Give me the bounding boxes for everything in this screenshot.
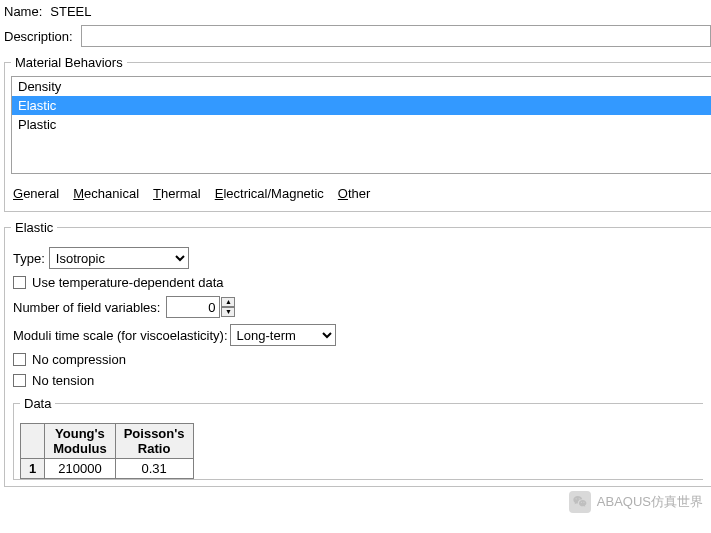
behavior-item-density[interactable]: Density — [12, 77, 711, 96]
nfv-input[interactable] — [166, 296, 220, 318]
nfv-spin-down[interactable]: ▼ — [221, 307, 235, 317]
watermark: ABAQUS仿真世界 — [569, 491, 703, 495]
elastic-group: Elastic Type: Isotropic Use temperature-… — [4, 220, 711, 487]
col-poissons-ratio: Poisson's Ratio — [115, 424, 193, 459]
nfv-label: Number of field variables: — [13, 300, 160, 315]
behavior-list[interactable]: Density Elastic Plastic — [11, 76, 711, 174]
menu-thermal[interactable]: Thermal — [153, 186, 201, 201]
data-group: Data Young's Modulus Poisson's Ratio 1 2… — [13, 396, 703, 480]
type-select[interactable]: Isotropic — [49, 247, 189, 269]
col-youngs-modulus: Young's Modulus — [45, 424, 115, 459]
menu-electrical[interactable]: Electrical/Magnetic — [215, 186, 324, 201]
no-tension-label: No tension — [32, 373, 94, 388]
description-row: Description: — [4, 25, 711, 47]
no-compression-checkbox[interactable] — [13, 353, 26, 366]
no-tension-row[interactable]: No tension — [13, 373, 703, 388]
moduli-row: Moduli time scale (for viscoelasticity):… — [13, 324, 703, 346]
elastic-legend: Elastic — [11, 220, 57, 235]
data-table[interactable]: Young's Modulus Poisson's Ratio 1 210000… — [20, 423, 194, 479]
material-menu-bar: General Mechanical Thermal Electrical/Ma… — [5, 180, 711, 211]
rownum-header — [21, 424, 45, 459]
type-row: Type: Isotropic — [13, 247, 703, 269]
cell-poissons-ratio[interactable]: 0.31 — [115, 459, 193, 479]
moduli-label: Moduli time scale (for viscoelasticity): — [13, 328, 228, 343]
behavior-item-plastic[interactable]: Plastic — [12, 115, 711, 134]
menu-other[interactable]: Other — [338, 186, 371, 201]
name-value: STEEL — [50, 4, 91, 19]
data-legend: Data — [20, 396, 55, 411]
no-compression-label: No compression — [32, 352, 126, 367]
menu-mechanical[interactable]: Mechanical — [73, 186, 139, 201]
name-label: Name: — [4, 4, 42, 19]
no-tension-checkbox[interactable] — [13, 374, 26, 387]
watermark-text: ABAQUS仿真世界 — [597, 493, 703, 495]
table-header-row: Young's Modulus Poisson's Ratio — [21, 424, 194, 459]
nfv-spinner[interactable]: ▲ ▼ — [221, 297, 235, 317]
menu-general[interactable]: General — [13, 186, 59, 201]
name-row: Name: STEEL — [4, 4, 711, 19]
nfv-spin-up[interactable]: ▲ — [221, 297, 235, 307]
wechat-icon — [569, 491, 591, 495]
type-label: Type: — [13, 251, 45, 266]
material-behaviors-group: Material Behaviors Density Elastic Plast… — [4, 55, 711, 212]
temp-dep-checkbox[interactable] — [13, 276, 26, 289]
table-row[interactable]: 1 210000 0.31 — [21, 459, 194, 479]
description-input[interactable] — [81, 25, 711, 47]
row-number: 1 — [21, 459, 45, 479]
no-compression-row[interactable]: No compression — [13, 352, 703, 367]
behavior-item-elastic[interactable]: Elastic — [12, 96, 711, 115]
temp-dep-row[interactable]: Use temperature-dependent data — [13, 275, 703, 290]
description-label: Description: — [4, 29, 73, 44]
cell-youngs-modulus[interactable]: 210000 — [45, 459, 115, 479]
material-behaviors-legend: Material Behaviors — [11, 55, 127, 70]
temp-dep-label: Use temperature-dependent data — [32, 275, 224, 290]
nfv-row: Number of field variables: ▲ ▼ — [13, 296, 703, 318]
moduli-select[interactable]: Long-term — [230, 324, 336, 346]
